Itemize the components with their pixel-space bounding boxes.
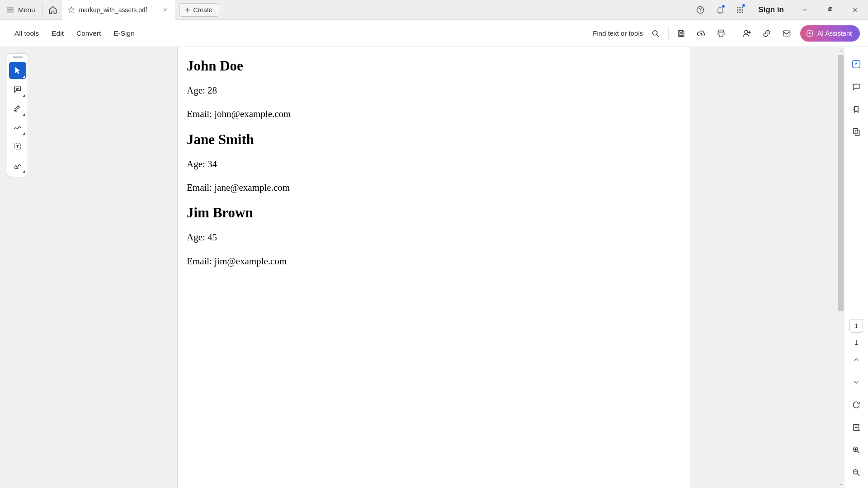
menu-convert[interactable]: Convert (70, 20, 107, 47)
ai-assistant-button[interactable]: AI Assistant (800, 25, 860, 42)
page-count-label: 1 (854, 339, 858, 346)
draw-freehand-icon (13, 123, 22, 132)
scroll-thumb[interactable] (838, 55, 844, 311)
page-number-input[interactable]: 1 (849, 319, 863, 333)
star-icon (67, 6, 75, 14)
comment-tool[interactable] (9, 81, 26, 98)
svg-rect-5 (737, 9, 739, 10)
select-tool[interactable] (9, 62, 26, 79)
titlebar: Menu markup_with_assets.pdf Create Sign … (0, 0, 868, 20)
sign-in-button[interactable]: Sign in (750, 5, 792, 14)
person-email: Email: jane@example.com (187, 181, 681, 194)
tab-title: markup_with_assets.pdf (79, 6, 157, 14)
maximize-icon (827, 7, 833, 13)
home-icon (48, 5, 57, 14)
upload-button[interactable] (691, 23, 711, 43)
find-button[interactable] (646, 23, 665, 43)
sign-tool[interactable] (9, 157, 26, 174)
svg-point-13 (653, 30, 657, 35)
speech-bubble-icon (852, 82, 861, 91)
thumbnails-panel-button[interactable] (847, 123, 865, 141)
person-age: Age: 28 (187, 84, 681, 97)
ai-assistant-label: AI Assistant (817, 30, 852, 37)
chevron-down-icon (839, 482, 843, 487)
chevron-down-icon (852, 378, 860, 386)
tab-close-button[interactable] (160, 5, 170, 15)
bookmarks-panel-button[interactable] (847, 100, 865, 118)
person-name: Jim Brown (187, 205, 681, 221)
help-button[interactable] (690, 0, 710, 20)
person-email: Email: john@example.com (187, 108, 681, 120)
ai-panel-button[interactable] (847, 55, 865, 73)
person-name: John Doe (187, 58, 681, 74)
svg-rect-9 (740, 11, 741, 13)
svg-rect-21 (853, 61, 860, 68)
sparkle-icon (806, 29, 814, 38)
save-button[interactable] (671, 23, 691, 43)
create-button[interactable]: Create (179, 3, 219, 17)
palette-grip[interactable] (13, 56, 23, 58)
separator (668, 28, 669, 39)
zoom-out-button[interactable] (847, 464, 865, 482)
svg-rect-14 (680, 30, 683, 32)
apps-button[interactable] (730, 0, 750, 20)
mail-icon (782, 29, 791, 38)
svg-rect-2 (737, 7, 739, 8)
window-minimize-button[interactable] (792, 0, 817, 20)
draw-tool[interactable] (9, 119, 26, 136)
scroll-up-button[interactable] (837, 47, 844, 55)
highlight-tool[interactable] (9, 100, 26, 117)
close-icon (852, 7, 859, 13)
share-email-button[interactable] (777, 23, 797, 43)
create-label: Create (193, 6, 212, 14)
comments-panel-button[interactable] (847, 78, 865, 96)
svg-rect-3 (740, 7, 741, 8)
person-email: Email: jim@example.com (187, 255, 681, 267)
svg-rect-22 (854, 129, 858, 134)
window-close-button[interactable] (843, 0, 868, 20)
svg-rect-6 (740, 9, 741, 10)
minimize-icon (802, 7, 808, 13)
workspace: John DoeAge: 28Email: john@example.comJa… (0, 47, 868, 488)
next-page-button[interactable] (847, 373, 865, 391)
menu-edit[interactable]: Edit (45, 20, 70, 47)
plus-icon (184, 7, 191, 13)
menu-all-tools[interactable]: All tools (8, 20, 45, 47)
rotate-button[interactable] (847, 396, 865, 414)
comment-icon (13, 85, 22, 94)
share-link-button[interactable] (757, 23, 777, 43)
svg-rect-8 (737, 11, 739, 13)
vertical-scrollbar[interactable] (837, 47, 844, 488)
link-icon (762, 29, 771, 38)
previous-page-button[interactable] (847, 351, 865, 369)
text-select-tool[interactable] (9, 138, 26, 155)
apps-grid-icon (736, 6, 744, 14)
separator (42, 4, 43, 16)
share-people-button[interactable] (737, 23, 757, 43)
print-button[interactable] (711, 23, 731, 43)
bell-icon (716, 5, 725, 14)
document-tab[interactable]: markup_with_assets.pdf (62, 0, 175, 20)
page-display-button[interactable] (847, 418, 865, 436)
cursor-icon (13, 66, 22, 75)
zoom-out-icon (852, 468, 861, 477)
person-age: Age: 45 (187, 231, 681, 244)
document-page[interactable]: John DoeAge: 28Email: john@example.comJa… (177, 47, 690, 488)
scroll-down-button[interactable] (837, 480, 844, 488)
notifications-button[interactable] (710, 0, 730, 20)
svg-point-1 (700, 11, 701, 12)
menu-esign[interactable]: E-Sign (107, 20, 141, 47)
signature-icon (13, 161, 22, 170)
left-tool-palette (7, 53, 28, 177)
svg-rect-23 (855, 130, 859, 136)
page-layout-icon (852, 423, 861, 432)
window-maximize-button[interactable] (817, 0, 843, 20)
home-button[interactable] (44, 0, 62, 20)
document-content: John DoeAge: 28Email: john@example.comJa… (178, 47, 690, 287)
app-menu-button[interactable]: Menu (0, 0, 42, 20)
separator (734, 28, 734, 39)
svg-rect-10 (742, 11, 743, 13)
zoom-in-button[interactable] (847, 441, 865, 459)
text-box-icon (13, 142, 22, 151)
ai-sparkle-icon (851, 59, 861, 69)
